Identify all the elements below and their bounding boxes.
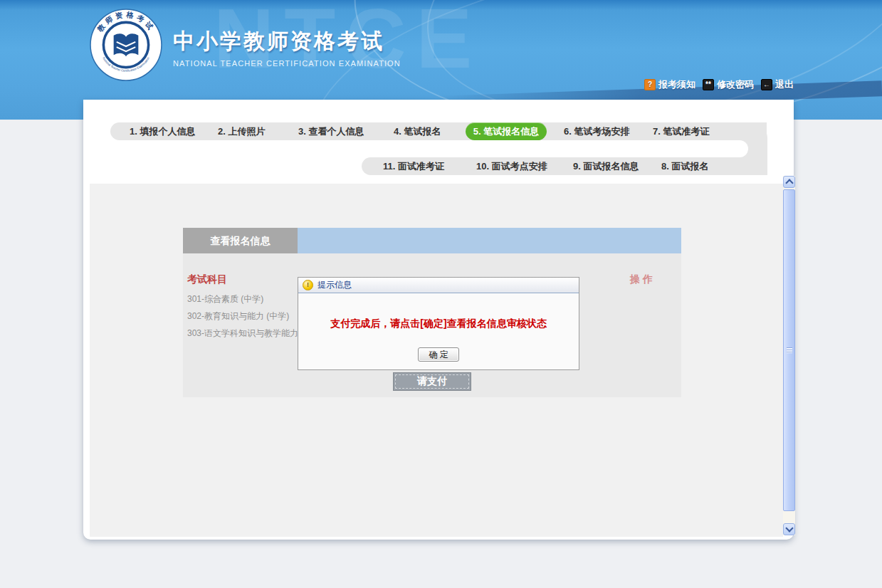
step-nav-notch: [325, 140, 748, 157]
user-links: ? 报考须知 ** 修改密码 ← 退出: [644, 78, 794, 91]
step-5-written-exam-info-active[interactable]: 5. 笔试报名信息: [466, 122, 547, 140]
step-3-view-personal-info[interactable]: 3. 查看个人信息: [298, 122, 364, 140]
chevron-up-icon: [785, 179, 793, 187]
dialog-title: 提示信息: [317, 279, 352, 291]
operation-header: 操 作: [630, 273, 653, 286]
change-password-link[interactable]: ** 修改密码: [703, 78, 754, 91]
ntce-logo-icon: 教师资格考试 National Teacher Certification Ex…: [90, 9, 162, 81]
exam-notice-label: 报考须知: [658, 78, 695, 91]
tab-view-registration-info[interactable]: 查看报名信息: [183, 228, 298, 253]
scroll-down-button[interactable]: [783, 523, 795, 535]
logout-label: 退出: [775, 78, 794, 91]
site-subtitle: NATIONAL TEACHER CERTIFICATION EXAMINATI…: [173, 59, 401, 68]
vertical-scrollbar[interactable]: [783, 176, 795, 535]
step-8-interview-register[interactable]: 8. 面试报名: [661, 157, 708, 175]
change-password-label: 修改密码: [717, 78, 754, 91]
subjects-header: 考试科目: [187, 273, 227, 286]
scroll-up-button[interactable]: [783, 176, 795, 188]
site-title: 中小学教师资格考试: [173, 27, 401, 56]
step-9-interview-info[interactable]: 9. 面试报名信息: [573, 157, 639, 175]
step-4-written-exam-register[interactable]: 4. 笔试报名: [394, 122, 441, 140]
help-icon: ?: [644, 79, 656, 90]
tabbar-filler: [298, 228, 681, 253]
chevron-down-icon: [785, 524, 793, 532]
warning-icon: !: [303, 280, 313, 290]
step-10-interview-site[interactable]: 10. 面试考点安排: [476, 157, 547, 175]
step-7-written-admission-ticket[interactable]: 7. 笔试准考证: [653, 122, 709, 140]
page: NTCE 教师资格考试 National Teacher Certificati…: [0, 0, 882, 588]
subject-item-301: 301-综合素质 (中学): [187, 293, 263, 305]
exam-notice-link[interactable]: ? 报考须知: [644, 78, 695, 91]
logout-link[interactable]: ← 退出: [761, 78, 794, 91]
step-6-written-exam-room[interactable]: 6. 笔试考场安排: [564, 122, 629, 140]
logout-icon: ←: [761, 79, 772, 90]
pay-button[interactable]: 请支付: [393, 372, 471, 391]
step-11-interview-admission-ticket[interactable]: 11. 面试准考证: [383, 157, 444, 175]
main-panel: 1. 填报个人信息 2. 上传照片 3. 查看个人信息 4. 笔试报名 5. 笔…: [83, 100, 794, 540]
section-tabbar: 查看报名信息: [183, 228, 681, 253]
step-1-fill-personal-info[interactable]: 1. 填报个人信息: [130, 122, 195, 140]
password-icon: **: [703, 79, 714, 90]
brand: 中小学教师资格考试 NATIONAL TEACHER CERTIFICATION…: [173, 27, 401, 68]
scrollbar-thumb[interactable]: [783, 189, 795, 511]
dialog-message: 支付完成后，请点击[确定]查看报名信息审核状态: [298, 317, 579, 330]
subject-item-302: 302-教育知识与能力 (中学): [187, 310, 289, 322]
prompt-dialog: ! 提示信息 支付完成后，请点击[确定]查看报名信息审核状态 确 定: [298, 277, 579, 370]
dialog-titlebar: ! 提示信息: [298, 278, 579, 293]
ok-button[interactable]: 确 定: [418, 347, 459, 362]
scrollbar-grip-icon: [787, 347, 792, 353]
step-2-upload-photo[interactable]: 2. 上传照片: [218, 122, 265, 140]
